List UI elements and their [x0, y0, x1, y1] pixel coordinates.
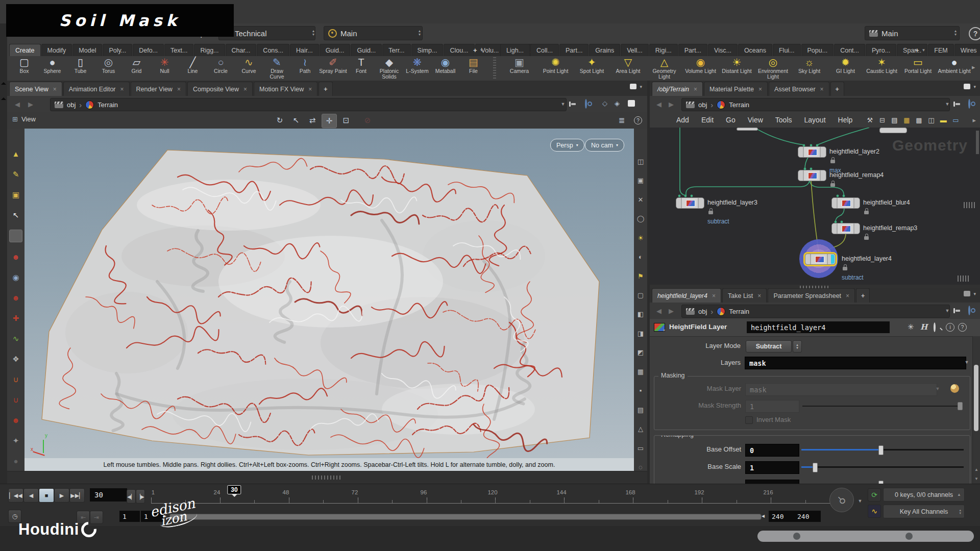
- network-menu-item[interactable]: Go: [720, 116, 742, 124]
- mask-visualize-icon[interactable]: [950, 384, 959, 393]
- network-menu-item[interactable]: Help: [832, 116, 859, 124]
- tool-icon[interactable]: ▣: [10, 189, 22, 201]
- shelf-tool[interactable]: ▽ Area Light: [610, 56, 646, 81]
- shelf-tool[interactable]: ✦ Spot Light: [574, 56, 610, 81]
- network-menu-item[interactable]: Tools: [769, 116, 798, 124]
- tool-icon[interactable]: ◉: [10, 271, 22, 283]
- tool-icon[interactable]: ✚: [10, 312, 22, 324]
- tool-icon[interactable]: ✦: [10, 435, 22, 446]
- path-dropdown-icon[interactable]: ▼: [558, 99, 568, 109]
- shelf-tool[interactable]: ✹ GI Light: [827, 56, 864, 81]
- tool-icon[interactable]: ▤: [636, 406, 645, 414]
- graph-grip[interactable]: [958, 276, 970, 282]
- close-icon[interactable]: ×: [53, 86, 57, 93]
- graph-grip[interactable]: [964, 202, 976, 208]
- play-button[interactable]: ▶: [54, 488, 69, 503]
- shelf-tool[interactable]: ▱ Grid: [122, 56, 151, 81]
- network-menu-item[interactable]: Add: [670, 116, 695, 124]
- follow-focus-icon[interactable]: [968, 306, 970, 315]
- param-help-icon[interactable]: ?: [958, 323, 967, 332]
- close-icon[interactable]: ×: [820, 86, 824, 93]
- display-options-icon[interactable]: ≣: [615, 114, 629, 127]
- scene-path-field[interactable]: obj › Terrain: [50, 98, 567, 111]
- layer-mode-spinner[interactable]: ▴▾: [793, 340, 802, 353]
- add-pane-tab[interactable]: +: [318, 82, 332, 96]
- node-heightfield-blur4[interactable]: heightfield_blur4: [831, 197, 859, 208]
- range-right-handle[interactable]: ◂: [762, 512, 765, 519]
- shelf-add-left[interactable]: +▼: [470, 44, 487, 56]
- shelf-tool[interactable]: ▭ Portal Light: [900, 56, 936, 81]
- shelf-tab[interactable]: Cons...: [257, 44, 289, 56]
- nav-back-icon[interactable]: ◀: [653, 305, 665, 316]
- layout-spinner[interactable]: ▴▾: [309, 27, 317, 38]
- tool-icon[interactable]: ▲: [10, 148, 22, 160]
- param-scrollbar[interactable]: ▲ ▼: [972, 336, 980, 484]
- base-offset-field[interactable]: 0: [745, 444, 799, 457]
- node-heightfield-remap4[interactable]: heightfield_remap4: [798, 170, 825, 180]
- node-heightfield-layer2[interactable]: heightfield_layer2 max: [798, 146, 825, 157]
- shelf-tab[interactable]: Terr...: [382, 44, 410, 56]
- network-toolbar-icon[interactable]: ◫: [925, 116, 937, 124]
- shelf-tab[interactable]: Rigi...: [649, 44, 678, 56]
- tool-icon[interactable]: ◧: [636, 310, 645, 318]
- camera-selector[interactable]: No cam▾: [585, 139, 624, 152]
- node-type-dropdown-icon[interactable]: ▾: [663, 328, 665, 333]
- tool-icon[interactable]: ◩: [636, 348, 645, 357]
- shelf-tab[interactable]: Text...: [164, 44, 193, 56]
- shelf-tool[interactable]: ▯ Tube: [66, 56, 94, 81]
- shelf-tool[interactable]: ✐ Spray Paint: [319, 56, 347, 81]
- shelf-tool[interactable]: ✶ Caustic Light: [864, 56, 900, 81]
- houdini-badge-icon[interactable]: H: [920, 322, 927, 332]
- shelf-tab[interactable]: Grains: [589, 44, 620, 56]
- auto-update-icon[interactable]: ⟳: [868, 488, 881, 502]
- nav-forward-icon[interactable]: ▶: [24, 98, 37, 110]
- scene-pane-grip[interactable]: [7, 471, 647, 484]
- playhead[interactable]: 30: [227, 485, 241, 494]
- tool-icon[interactable]: ↖: [10, 209, 22, 221]
- shelf-tab[interactable]: Wires: [954, 44, 980, 56]
- close-icon[interactable]: ×: [120, 86, 124, 93]
- tool-icon[interactable]: ◫: [636, 157, 645, 165]
- shelf-tool[interactable]: ▤ File: [459, 56, 487, 81]
- projection-selector[interactable]: Persp▾: [550, 139, 584, 152]
- pane-controls[interactable]: ▾: [964, 291, 976, 296]
- close-icon[interactable]: ×: [694, 86, 697, 93]
- node-partial[interactable]: [737, 128, 758, 131]
- horizontal-splitter[interactable]: [650, 285, 980, 288]
- tool-icon[interactable]: ◌: [636, 463, 645, 471]
- pane-tab[interactable]: Asset Browser×: [769, 82, 829, 96]
- shelf-tab[interactable]: Visc...: [708, 44, 738, 56]
- pane-tab[interactable]: Take List×: [722, 288, 767, 303]
- pane-controls[interactable]: ▾: [630, 84, 642, 89]
- shelf-tab-create-active[interactable]: Create: [9, 44, 41, 56]
- active-tool-icon[interactable]: ✛: [322, 114, 337, 128]
- viewport-help-icon[interactable]: ?: [631, 114, 645, 127]
- tool-icon[interactable]: ☻: [10, 251, 22, 263]
- base-offset-slider-fill[interactable]: [801, 449, 880, 450]
- network-toolbar-icon[interactable]: ▩: [913, 116, 925, 124]
- network-menu-item[interactable]: Layout: [798, 116, 832, 124]
- network-toolbar-icon[interactable]: ▦: [900, 116, 913, 124]
- shelf-tool[interactable]: ◉ Metaball: [431, 56, 459, 81]
- gear-icon[interactable]: ✳: [908, 322, 914, 332]
- shelf-tab[interactable]: Defo...: [133, 44, 164, 56]
- set-key-button[interactable]: ⚲: [829, 488, 854, 512]
- range-end-field[interactable]: 240: [769, 511, 794, 522]
- close-icon[interactable]: ×: [846, 292, 849, 299]
- layers-field[interactable]: mask: [745, 357, 966, 369]
- tool-icon[interactable]: ∿: [10, 333, 22, 344]
- shelf-tool[interactable]: T Font: [347, 56, 375, 81]
- shelf-tab[interactable]: Rigg...: [194, 44, 225, 56]
- path-dropdown-icon[interactable]: ▼: [943, 306, 952, 316]
- select-tool-icon[interactable]: ↖: [289, 114, 303, 127]
- viewport[interactable]: .vr{stroke:#b52a1c;stroke-width:2.2;fill…: [24, 129, 634, 471]
- shelf-tool[interactable]: ✺ Point Light: [537, 56, 574, 81]
- tool-icon[interactable]: ☻: [10, 292, 22, 304]
- follow-focus-icon[interactable]: [585, 99, 587, 109]
- nav-forward-icon[interactable]: ▶: [665, 305, 677, 316]
- frame-ruler[interactable]: 1244872961201441681922162 30: [151, 484, 843, 508]
- tool-icon[interactable]: ▭: [636, 444, 645, 452]
- pane-tab[interactable]: Motion FX View×: [254, 82, 317, 96]
- shelf-tool[interactable]: ╱ Line: [179, 56, 207, 81]
- close-icon[interactable]: ×: [758, 86, 762, 93]
